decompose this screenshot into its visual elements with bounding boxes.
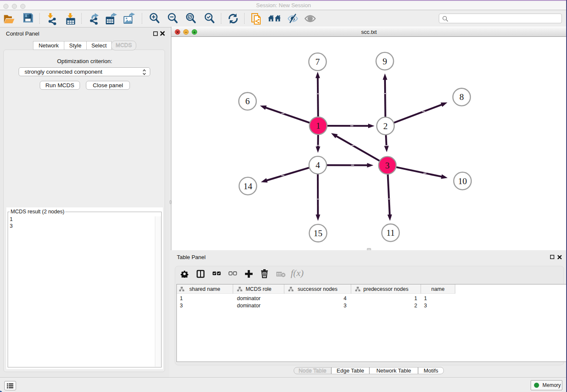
svg-text:7: 7 xyxy=(315,57,320,67)
svg-text:1: 1 xyxy=(316,121,321,131)
svg-text:11: 11 xyxy=(386,228,395,238)
svg-text:6: 6 xyxy=(245,96,250,106)
svg-text:9: 9 xyxy=(383,56,387,66)
svg-text:3: 3 xyxy=(385,160,390,171)
svg-text:15: 15 xyxy=(314,228,322,238)
svg-text:8: 8 xyxy=(460,92,464,102)
svg-text:10: 10 xyxy=(458,176,467,186)
svg-text:14: 14 xyxy=(243,181,253,191)
svg-text:4: 4 xyxy=(316,160,320,170)
svg-text:2: 2 xyxy=(383,121,388,131)
